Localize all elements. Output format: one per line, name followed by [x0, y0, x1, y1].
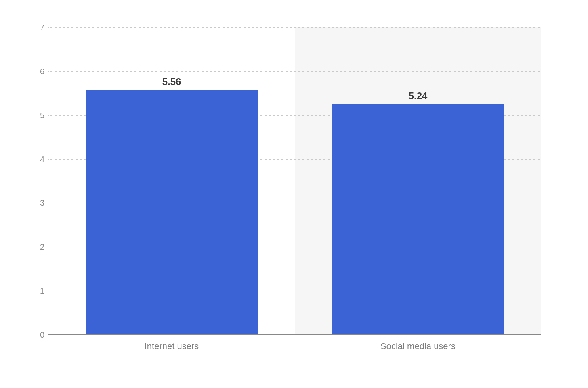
plot-area [48, 27, 541, 335]
bar-value-label: 5.56 [162, 76, 181, 91]
y-tick-label: 6 [28, 67, 44, 76]
y-tick-label: 5 [28, 111, 44, 120]
grid-line [48, 27, 541, 28]
grid-line [48, 71, 541, 72]
y-tick-label: 3 [28, 198, 44, 208]
y-tick-label: 7 [28, 23, 44, 32]
bar-chart: Number of users in billions 012345675.56… [0, 0, 588, 388]
y-tick-label: 2 [28, 242, 44, 252]
bar[interactable] [332, 104, 504, 334]
y-tick-label: 1 [28, 286, 44, 296]
x-tick-label: Social media users [380, 341, 456, 352]
x-tick-label: Internet users [145, 341, 199, 352]
bar-value-label: 5.24 [409, 90, 428, 105]
y-tick-label: 0 [28, 330, 44, 340]
y-tick-label: 4 [28, 154, 44, 164]
bar[interactable] [86, 90, 258, 334]
